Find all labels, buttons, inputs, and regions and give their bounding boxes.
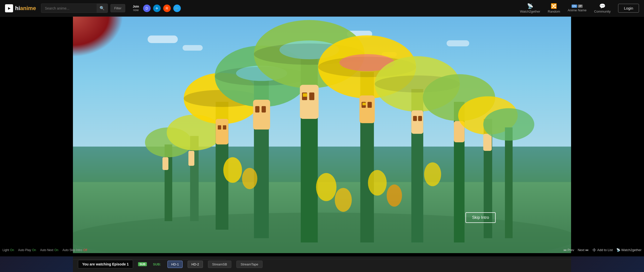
anime-name-nav[interactable]: EN JP Anime Name: [568, 5, 586, 12]
community-icon: 💬: [599, 3, 606, 9]
header: ▶ hianime 🔍 Filter Join now D ✈ R 🐦 📡 Wa…: [0, 0, 644, 17]
svg-rect-19: [262, 106, 266, 112]
search-input[interactable]: [41, 4, 97, 12]
svg-rect-50: [505, 127, 512, 238]
next-button[interactable]: Next ⏭: [578, 248, 589, 252]
sub-label: SUB:: [153, 262, 161, 266]
svg-rect-10: [216, 119, 229, 145]
svg-point-0: [73, 213, 571, 253]
video-frame[interactable]: Skip Intro: [73, 17, 571, 253]
svg-point-55: [387, 185, 402, 207]
logo-text: hianime: [15, 5, 36, 12]
sub-badge: SUB: [138, 262, 147, 266]
telegram-icon[interactable]: ✈: [153, 5, 161, 12]
streamtape-button[interactable]: StreamTape: [236, 261, 263, 268]
logo[interactable]: ▶ hianime: [5, 4, 36, 12]
community-nav[interactable]: 💬 Community: [594, 3, 611, 13]
header-right: 📡 Watch2gether 🔀 Random EN JP Anime Name…: [520, 3, 639, 13]
svg-rect-37: [362, 103, 366, 105]
search-bar: 🔍: [41, 4, 108, 13]
sidebar-left: [0, 256, 73, 272]
watch2gether-icon: 📡: [527, 3, 533, 9]
reddit-icon[interactable]: R: [163, 5, 171, 12]
filter-button[interactable]: Filter: [110, 4, 125, 12]
quality-hd1-button[interactable]: HD-1: [167, 261, 183, 268]
svg-rect-12: [223, 125, 226, 129]
watch2gether-nav[interactable]: 📡 Watch2gether: [520, 3, 540, 13]
video-container: Skip Intro ▶ 🔇 01:16 / 23:41 ⏪10 10⏩ 📷 ⚙…: [0, 17, 644, 272]
svg-rect-43: [418, 116, 422, 121]
dark-right: [571, 17, 644, 272]
svg-point-53: [335, 188, 352, 212]
svg-rect-36: [368, 102, 372, 108]
login-button[interactable]: Login: [618, 4, 639, 13]
svg-rect-28: [309, 92, 314, 100]
logo-icon: ▶: [5, 4, 13, 12]
right-bottom-controls: ⏮ Prev Next ⏭ ➕ Add to List 📡 Watch2geth…: [563, 248, 641, 252]
watching-info: You are watching Episode 1: [78, 260, 133, 268]
quality-hd2-button[interactable]: HD-2: [188, 261, 203, 268]
svg-point-54: [368, 170, 387, 196]
random-nav[interactable]: 🔀 Random: [548, 3, 560, 13]
svg-rect-29: [303, 93, 307, 97]
svg-rect-41: [411, 110, 423, 134]
svg-rect-11: [218, 125, 221, 129]
social-icons: D ✈ R 🐦: [143, 5, 181, 12]
join-now-button[interactable]: Join now: [130, 4, 142, 13]
svg-rect-26: [300, 85, 319, 119]
search-button[interactable]: 🔍: [97, 4, 108, 13]
svg-rect-18: [255, 106, 260, 112]
svg-rect-49: [483, 134, 492, 151]
video-background: [73, 17, 571, 253]
auto-play-setting[interactable]: Auto Play On: [18, 248, 36, 252]
svg-point-21: [242, 168, 257, 189]
svg-rect-34: [359, 95, 375, 123]
dark-left: [0, 17, 73, 272]
svg-point-52: [316, 173, 336, 201]
mushroom-scene-svg: [73, 17, 571, 253]
svg-rect-6: [188, 151, 194, 166]
svg-point-56: [424, 162, 441, 186]
notification-bar: You are watching Episode 1 SUB SUB: HD-1…: [73, 256, 571, 272]
svg-rect-42: [413, 116, 417, 121]
light-setting[interactable]: Light On: [3, 248, 14, 252]
header-nav: Join now D ✈ R 🐦: [130, 4, 181, 13]
svg-rect-17: [253, 100, 270, 129]
auto-next-setting[interactable]: Auto Next On: [40, 248, 58, 252]
auto-skip-intro-setting[interactable]: Auto Skip Intro Off: [62, 248, 87, 252]
discord-icon[interactable]: D: [143, 5, 151, 12]
skip-intro-button[interactable]: Skip Intro: [465, 212, 496, 223]
svg-point-20: [223, 157, 242, 183]
prev-button[interactable]: ⏮ Prev: [563, 248, 574, 252]
streamsb-button[interactable]: StreamSB: [208, 261, 231, 268]
svg-rect-3: [162, 157, 168, 170]
sidebar-right: [571, 256, 644, 272]
svg-point-51: [483, 108, 534, 141]
random-icon: 🔀: [551, 3, 557, 9]
twitter-icon[interactable]: 🐦: [173, 5, 181, 12]
watch2gether-button[interactable]: 📡 Watch2gether: [616, 248, 641, 252]
add-to-list-button[interactable]: ➕ Add to List: [592, 248, 613, 252]
playback-settings: Light On Auto Play On Auto Next On Auto …: [3, 248, 87, 252]
